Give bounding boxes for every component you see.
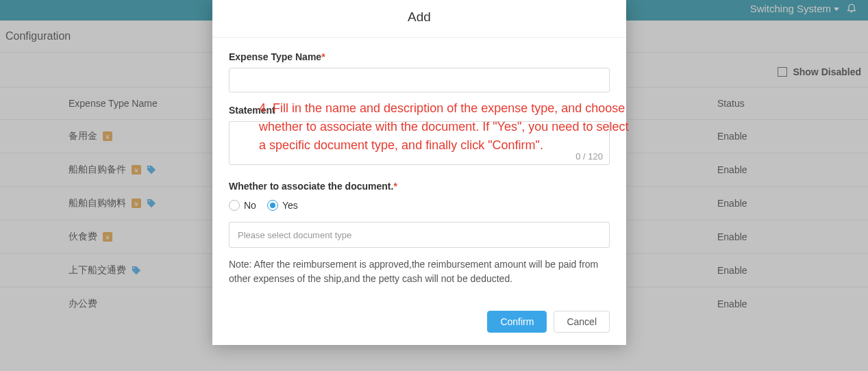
char-counter: 0 / 120 [575,151,603,162]
statement-textarea[interactable] [229,121,610,165]
associate-label: Whether to associate the document.* [229,181,610,192]
radio-no[interactable]: No [229,200,256,211]
add-modal: Add Expense Type Name* Statement 0 / 120… [212,0,626,345]
cancel-button[interactable]: Cancel [554,311,610,333]
modal-title: Add [212,0,626,38]
statement-label: Statement [229,105,610,116]
expense-name-input[interactable] [229,68,610,92]
expense-name-label: Expense Type Name* [229,51,610,62]
confirm-button[interactable]: Confirm [487,311,547,333]
radio-yes[interactable]: Yes [267,200,298,211]
document-type-select[interactable]: Please select document type [229,222,610,248]
note-text: Note: After the reimbursement is approve… [229,257,610,286]
